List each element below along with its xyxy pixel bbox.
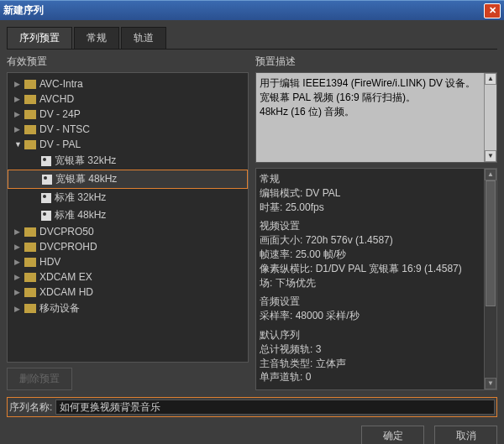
folder-icon [24, 243, 36, 252]
tree-folder[interactable]: ▶AVCHD [8, 91, 248, 107]
scroll-thumb[interactable] [486, 180, 496, 306]
folder-icon [24, 258, 36, 267]
preset-icon [41, 156, 51, 166]
tree-label: DVCPROHD [39, 241, 97, 253]
desc-line: 时基: 25.00fps [260, 201, 493, 215]
tab-bar: 序列预置 常规 轨道 [7, 27, 497, 50]
close-button[interactable]: ✕ [484, 3, 501, 18]
scrollbar[interactable]: ▲ ▼ [484, 169, 496, 389]
folder-icon [24, 140, 36, 149]
tree-label: 标准 48kHz [55, 208, 106, 222]
tree-label: XDCAM HD [39, 286, 93, 298]
tree-label: XDCAM EX [39, 271, 92, 283]
tree-folder[interactable]: ▶XDCAM EX [8, 269, 248, 285]
tree-folder[interactable]: ▶DV - 24P [8, 107, 248, 122]
tree-preset[interactable]: 宽银幕 32kHz [8, 152, 248, 170]
folder-icon [24, 288, 36, 297]
scroll-down-icon[interactable]: ▼ [485, 378, 496, 389]
tree-preset[interactable]: 标准 32kHz [8, 189, 248, 206]
desc-line: 宽银幕 PAL 视频 (16:9 隔行扫描)。 [260, 91, 493, 105]
tree-label: DVCPRO50 [39, 226, 94, 238]
description-top: 用于编辑 IEEE1394 (FireWire/i.LINK) DV 设备。 宽… [255, 72, 497, 163]
arrow-right-icon: ▶ [14, 288, 24, 296]
arrow-down-icon: ▼ [14, 140, 24, 149]
sequence-name-label: 序列名称: [9, 400, 52, 415]
arrow-right-icon: ▶ [14, 258, 24, 266]
desc-line: 画面大小: 720h 576v (1.4587) [260, 233, 493, 248]
scroll-up-icon[interactable]: ▲ [485, 169, 496, 180]
arrow-right-icon: ▶ [14, 110, 24, 118]
desc-line: 总计视频轨: 3 [260, 342, 493, 357]
desc-line: 编辑模式: DV PAL [260, 186, 493, 201]
tree-folder[interactable]: ▶DVCPROHD [8, 239, 248, 254]
tree-folder[interactable]: ▶HDV [8, 254, 248, 269]
tree-label: DV - PAL [39, 138, 81, 150]
cancel-button[interactable]: 取消 [434, 426, 497, 444]
description-title: 预置描述 [255, 55, 497, 69]
desc-line: 采样率: 48000 采样/秒 [260, 309, 493, 323]
desc-line: 48kHz (16 位) 音频。 [260, 105, 493, 119]
tree-folder[interactable]: ▶AVC-Intra [8, 76, 248, 91]
tree-label: DV - NTSC [39, 123, 90, 135]
desc-heading: 常规 [260, 172, 493, 186]
scrollbar[interactable]: ▲ ▼ [484, 73, 496, 162]
description-bottom: 常规 编辑模式: DV PAL 时基: 25.00fps 视频设置 画面大小: … [255, 168, 497, 390]
title-bar: 新建序列 ✕ [0, 0, 504, 20]
tab-general[interactable]: 常规 [74, 27, 119, 49]
tab-tracks[interactable]: 轨道 [121, 27, 166, 49]
tree-preset[interactable]: 宽银幕 48kHz [8, 170, 248, 189]
desc-line: 像素纵横比: D1/DV PAL 宽银幕 16:9 (1.4587) [260, 262, 493, 276]
scroll-down-icon[interactable]: ▼ [485, 150, 496, 162]
presets-panel: 有效预置 ▶AVC-Intra▶AVCHD▶DV - 24P▶DV - NTSC… [7, 55, 249, 390]
arrow-right-icon: ▶ [14, 273, 24, 281]
folder-icon [24, 125, 36, 134]
arrow-right-icon: ▶ [14, 243, 24, 251]
arrow-right-icon: ▶ [14, 125, 24, 133]
folder-icon [24, 273, 36, 282]
folder-icon [24, 80, 36, 89]
sequence-name-input[interactable] [55, 400, 495, 415]
ok-button[interactable]: 确定 [361, 426, 424, 444]
folder-icon [24, 95, 36, 104]
description-panel: 预置描述 用于编辑 IEEE1394 (FireWire/i.LINK) DV … [255, 55, 497, 390]
arrow-right-icon: ▶ [14, 305, 24, 313]
presets-tree[interactable]: ▶AVC-Intra▶AVCHD▶DV - 24P▶DV - NTSC▼DV -… [7, 72, 249, 363]
desc-line: 用于编辑 IEEE1394 (FireWire/i.LINK) DV 设备。 [260, 76, 493, 91]
desc-heading: 视频设置 [260, 219, 493, 233]
folder-icon [24, 227, 36, 237]
desc-line: 主音轨类型: 立体声 [260, 357, 493, 371]
tree-folder[interactable]: ▶XDCAM HD [8, 285, 248, 300]
tree-folder[interactable]: ▼DV - PAL [8, 137, 248, 152]
tree-preset[interactable]: 标准 48kHz [8, 206, 248, 224]
desc-line: 单声道轨: 0 [260, 370, 493, 384]
tree-label: 移动设备 [39, 301, 80, 316]
folder-icon [24, 110, 36, 119]
tree-label: AVCHD [39, 93, 74, 105]
desc-line: 场: 下场优先 [260, 276, 493, 290]
desc-line: 帧速率: 25.00 帧/秒 [260, 248, 493, 262]
tree-label: DV - 24P [39, 108, 81, 120]
arrow-right-icon: ▶ [14, 80, 24, 88]
sequence-name-row: 序列名称: [7, 397, 497, 417]
preset-icon [42, 175, 52, 185]
tree-label: 标准 32kHz [55, 191, 106, 205]
folder-icon [24, 304, 36, 313]
desc-heading: 音频设置 [260, 295, 493, 309]
tree-folder[interactable]: ▶DVCPRO50 [8, 224, 248, 239]
tree-label: 宽银幕 48kHz [55, 172, 117, 186]
desc-heading: 默认序列 [260, 328, 493, 342]
arrow-right-icon: ▶ [14, 227, 24, 236]
arrow-right-icon: ▶ [14, 95, 24, 103]
footer: 确定 取消 [7, 426, 497, 444]
delete-preset-button: 删除预置 [7, 368, 72, 390]
tree-folder[interactable]: ▶DV - NTSC [8, 122, 248, 137]
preset-icon [41, 211, 51, 221]
scroll-up-icon[interactable]: ▲ [485, 73, 496, 85]
presets-title: 有效预置 [7, 55, 249, 69]
tree-folder[interactable]: ▶移动设备 [8, 300, 248, 317]
tree-label: AVC-Intra [39, 78, 83, 90]
tree-label: HDV [39, 256, 60, 268]
window-title: 新建序列 [3, 3, 44, 18]
tree-label: 宽银幕 32kHz [55, 154, 116, 168]
tab-preset[interactable]: 序列预置 [7, 27, 72, 49]
